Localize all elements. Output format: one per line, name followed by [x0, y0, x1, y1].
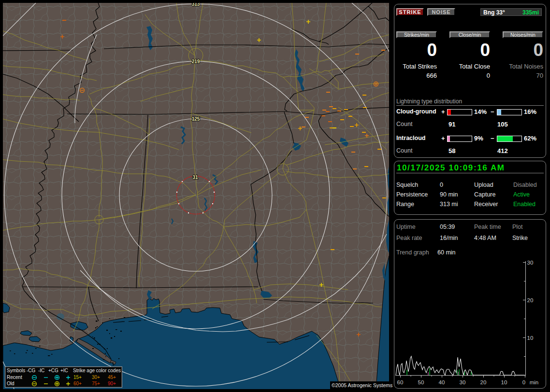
svg-text:313: 313 — [192, 1, 200, 7]
svg-text:30: 30 — [460, 379, 466, 385]
svg-text:30: 30 — [527, 260, 534, 266]
svg-text:10: 10 — [527, 335, 534, 341]
svg-text:20: 20 — [527, 297, 534, 303]
svg-text:0: 0 — [522, 379, 525, 385]
svg-text:31: 31 — [192, 175, 198, 180]
svg-text:20: 20 — [480, 379, 487, 385]
svg-text:min: min — [530, 379, 539, 385]
svg-text:125: 125 — [192, 116, 200, 122]
svg-text:40: 40 — [439, 379, 445, 385]
svg-text:60: 60 — [397, 379, 404, 385]
svg-text:50: 50 — [418, 379, 424, 385]
svg-text:219: 219 — [192, 59, 200, 64]
svg-text:10: 10 — [501, 379, 507, 385]
